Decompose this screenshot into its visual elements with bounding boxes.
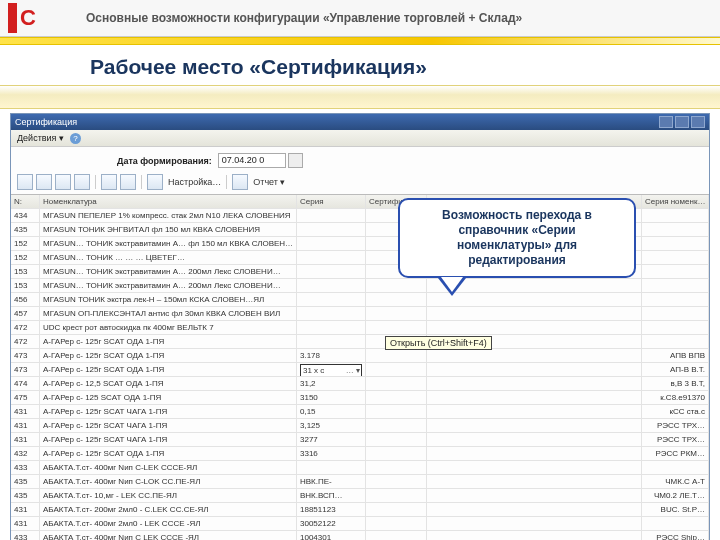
table-row[interactable]: 431А-ГАРер с- 125г SCАТ ЧАГА 1-ПЯ3,125РЭ…	[11, 419, 709, 433]
cell-series[interactable]: 1004301	[297, 531, 366, 540]
cell-cert	[366, 405, 427, 418]
cell-series[interactable]	[297, 321, 366, 334]
table-row[interactable]: 457МГАSUN ОП-ПЛЕКСЭНТАЛ антис фл 30мл КВ…	[11, 307, 709, 321]
cell-series[interactable]: НВК.ПЕ-	[297, 475, 366, 488]
cell-series[interactable]: ВНК.ВСП…	[297, 489, 366, 502]
cell-series[interactable]	[297, 223, 366, 236]
table-row[interactable]: 433АБАКТА.Т.ст- 400мг Nип С-LEK СССЕ-ЯЛ	[11, 461, 709, 475]
col-num[interactable]: N:	[11, 195, 40, 208]
cell-cert	[366, 377, 427, 390]
cell-cert	[366, 433, 427, 446]
cell-num: 433	[11, 531, 40, 540]
table-row[interactable]: 432А-ГАРер с- 125г SCАТ ОДА 1-ПЯ3316РЭСС…	[11, 447, 709, 461]
cell-series[interactable]	[297, 279, 366, 292]
cell-series[interactable]	[297, 237, 366, 250]
cell-series-doc: ЧМК.С А-Т	[642, 475, 709, 488]
cell-series-doc: в,В 3 В.Т,	[642, 377, 709, 390]
cell-series-doc	[642, 265, 709, 278]
close-icon[interactable]	[691, 116, 705, 128]
cell-series[interactable]: 3.178	[297, 349, 366, 362]
cell-name: А-ГАРер с- 125г SCАТ ОДА 1-ПЯ	[40, 335, 297, 348]
cell-name: А-ГАРер с- 125 SCАТ ОДА 1-ПЯ	[40, 391, 297, 404]
cell-series-doc	[642, 223, 709, 236]
cell-num: 433	[11, 461, 40, 474]
cell-series[interactable]	[297, 307, 366, 320]
table-row[interactable]: 431АБАКТА.Т.ст- 200мг 2мл0 - C.LEK СС.СЕ…	[11, 503, 709, 517]
cell-series[interactable]	[297, 335, 366, 348]
table-row[interactable]: 472А-ГАРер с- 125г SCАТ ОДА 1-ПЯ	[11, 335, 709, 349]
table-row[interactable]: 435АБАКТА.Т.ст- 400мг Nип С-LOK СС.ПЕ-ЯЛ…	[11, 475, 709, 489]
cell-series[interactable]	[297, 251, 366, 264]
cell-series[interactable]: 3150	[297, 391, 366, 404]
table-row[interactable]: 474А-ГАРер с- 12,5 SCАТ ОДА 1-ПЯ31,2в,В …	[11, 377, 709, 391]
table-row[interactable]: 435АБАКТА.Т.ст- 10,мг - LEK СС.ПЕ-ЯЛВНК.…	[11, 489, 709, 503]
cell-num: 473	[11, 349, 40, 362]
cell-series[interactable]: 0,15	[297, 405, 366, 418]
cell-series[interactable]: 31,2	[297, 377, 366, 390]
toolbar-icon-1[interactable]	[17, 174, 33, 190]
toolbar-icon-5[interactable]	[101, 174, 117, 190]
maximize-icon[interactable]	[675, 116, 689, 128]
cell-series-doc	[642, 335, 709, 348]
cell-name: МГАSUN… ТОНИК … … … ЦВЕТЕГ…	[40, 251, 297, 264]
cell-series[interactable]	[297, 461, 366, 474]
cell-num: 435	[11, 489, 40, 502]
col-series-doc[interactable]: Серия номенк…	[642, 195, 709, 208]
date-label: Дата формирования:	[117, 156, 212, 166]
table-row[interactable]: 473А-ГАРер с- 125г SCАТ ОДА 1-ПЯ31 х с… …	[11, 363, 709, 377]
cell-series[interactable]: 18851123	[297, 503, 366, 516]
table-row[interactable]: 473А-ГАРер с- 125г SCАТ ОДА 1-ПЯ3.178АПВ…	[11, 349, 709, 363]
cell-series[interactable]	[297, 293, 366, 306]
report-label[interactable]: Отчет ▾	[253, 177, 285, 187]
cell-series-doc	[642, 237, 709, 250]
settings-icon[interactable]	[147, 174, 163, 190]
cell-name: МГАSUN… ТОНИК экстравитамин А… фл 150 мл…	[40, 237, 297, 250]
cell-num: 431	[11, 419, 40, 432]
calendar-icon[interactable]	[288, 153, 303, 168]
toolbar-icon-2[interactable]	[36, 174, 52, 190]
cell-series-doc: РЭСС ТРХ…	[642, 419, 709, 432]
cell-series-doc	[642, 517, 709, 530]
cell-cert	[366, 461, 427, 474]
cell-name: МГАSUN… ТОНИК экстравитамин А… 200мл Лек…	[40, 265, 297, 278]
table-row[interactable]: 433АБАКТА Т.ст- 400мг Nип С LEK СССЕ -ЯЛ…	[11, 531, 709, 540]
table-row[interactable]: 472UDC крест рот автоскидка пк 400мг ВЕЛ…	[11, 321, 709, 335]
help-icon[interactable]: ?	[70, 133, 81, 144]
table-row[interactable]: 475А-ГАРер с- 125 SCАТ ОДА 1-ПЯ3150к.С8.…	[11, 391, 709, 405]
toolbar-icon-3[interactable]	[55, 174, 71, 190]
cell-series[interactable]	[297, 265, 366, 278]
minimize-icon[interactable]	[659, 116, 673, 128]
table-row[interactable]: 431АБАКТА.Т.ст- 400мг 2мл0 - LEK СССЕ -Я…	[11, 517, 709, 531]
cell-num: 472	[11, 335, 40, 348]
cell-name: А-ГАРер с- 125г SCАТ ОДА 1-ПЯ	[40, 363, 297, 376]
cell-series[interactable]: 3316	[297, 447, 366, 460]
cell-name: А-ГАРер с- 12,5 SCАТ ОДА 1-ПЯ	[40, 377, 297, 390]
report-icon[interactable]	[232, 174, 248, 190]
cell-series[interactable]: 31 х с… ▾	[297, 363, 366, 376]
settings-label[interactable]: Настройка…	[168, 177, 221, 187]
cell-series[interactable]: 3277	[297, 433, 366, 446]
cell-num: 153	[11, 279, 40, 292]
table-row[interactable]: 431А-ГАРер с- 125г SCАТ ЧАГА 1-ПЯ3277РЭС…	[11, 433, 709, 447]
cell-num: 435	[11, 223, 40, 236]
col-series[interactable]: Серия	[297, 195, 366, 208]
cell-cert	[366, 475, 427, 488]
table-row[interactable]: 431А-ГАРер с- 125г SCАТ ЧАГА 1-ПЯ0,15кСС…	[11, 405, 709, 419]
cell-series-doc	[642, 461, 709, 474]
menu-actions[interactable]: Действия ▾	[17, 133, 64, 143]
cell-num: 432	[11, 447, 40, 460]
cell-series[interactable]: 30052122	[297, 517, 366, 530]
cell-name: МГАSUN ОП-ПЛЕКСЭНТАЛ антис фл 30мл КВКА …	[40, 307, 297, 320]
cell-name: АБАКТА.Т.ст- 400мг Nип С-LEK СССЕ-ЯЛ	[40, 461, 297, 474]
cell-name: UDC крест рот автоскидка пк 400мг ВЕЛЬТК…	[40, 321, 297, 334]
logo-1c: С	[8, 3, 48, 33]
cell-series[interactable]: 3,125	[297, 419, 366, 432]
cell-cert	[366, 517, 427, 530]
cell-series[interactable]	[297, 209, 366, 222]
toolbar-icon-4[interactable]	[74, 174, 90, 190]
cell-num: 435	[11, 475, 40, 488]
toolbar-icon-6[interactable]	[120, 174, 136, 190]
cell-name: МГАSUN ПЕПЕЛЕР 1% компресс. стак 2мл N10…	[40, 209, 297, 222]
col-name[interactable]: Номенклатура	[40, 195, 297, 208]
date-input[interactable]: 07.04.20 0	[218, 153, 286, 168]
